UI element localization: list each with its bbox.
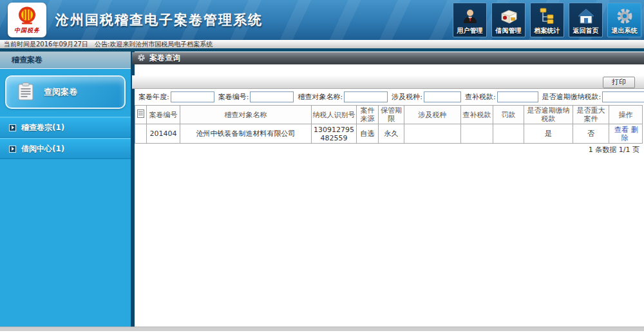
stats-icon [538,6,556,26]
sidebar: 稽查案卷 查阅案卷 稽查卷宗(1) 借阅中心(1) [0,52,131,327]
search-label-target: 稽查对象名称: [298,92,343,102]
page-title: 案卷查询 [149,53,180,64]
cell-case-no: 201404 [147,124,180,144]
horizontal-scrollbar[interactable] [0,327,644,331]
nav-borrow-management[interactable]: 借阅管理 [491,3,526,37]
cell-storage-period: 永久 [379,124,404,144]
cell-fine [493,124,524,144]
col-major-case: 是否重大案件 [573,106,609,124]
sidebar-button-label: 查阅案卷 [44,86,77,98]
status-bar: 当前时间是2016年09月27日 公告:欢迎来到沧州市国税局电子档案系统 [0,40,644,48]
print-button[interactable]: 打印 [603,77,635,88]
app-title: 沧州国税稽查电子案卷管理系统 [55,11,263,29]
col-overdue-payment: 是否逾期缴纳税款 [524,106,573,124]
app-header: 中国税务 沧州国税稽查电子案卷管理系统 用户管理 [0,0,644,40]
pagination-info: 1 条数据 1/1 页 [135,145,642,155]
col-fine: 罚款 [493,106,524,124]
col-actions: 操作 [609,106,643,124]
col-case-source: 案件来源 [357,106,379,124]
home-icon [577,6,595,26]
nav-user-management[interactable]: 用户管理 [453,3,487,37]
cell-taxpayer-id: 130912795482559 [312,124,357,144]
table-header-row: 案卷编号 稽查对象名称 纳税人识别号 案件来源 保管期限 涉及税种 查补税款 罚… [135,106,643,124]
search-input-caseno[interactable] [250,91,294,102]
archive-icon [499,6,518,26]
sidebar-item-label: 稽查卷宗(1) [21,122,64,133]
search-form: 案卷年度: 案卷编号: 稽查对象名称: 涉及税种: 查补税款: 是否逾期缴纳税款… [135,90,644,104]
search-label-taxtypes: 涉及税种: [392,92,422,102]
user-icon [462,6,478,26]
search-input-taxtypes[interactable] [424,91,461,102]
gear-small-icon [137,53,146,64]
table-row: 201404 沧州中铁装备制造材料有限公司 130912795482559 自选… [135,124,643,144]
search-input-overdue[interactable] [602,91,644,102]
search-input-supplement[interactable] [497,91,538,102]
clipboard-icon [17,82,35,103]
nav-exit-system[interactable]: 退出系统 [607,3,641,37]
nav-label: 退出系统 [612,26,638,35]
document-icon [137,109,144,120]
cell-case-source: 自选 [357,124,379,144]
sidebar-item-inspection-files[interactable]: 稽查卷宗(1) [0,117,131,138]
tax-logo: 中国税务 [8,3,46,37]
cell-tax-types [404,124,461,144]
nav-label: 借阅管理 [496,26,522,35]
logo-text: 中国税务 [14,26,40,35]
cell-row-icon [135,124,147,144]
casefile-table: 案卷编号 稽查对象名称 纳税人识别号 案件来源 保管期限 涉及税种 查补税款 罚… [135,105,643,144]
col-case-no: 案卷编号 [147,106,180,124]
col-storage-period: 保管期限 [379,106,404,124]
search-label-overdue: 是否逾期缴纳税款: [542,92,601,102]
toolbar: 打印 [132,75,644,89]
nav-label: 返回首页 [573,26,599,35]
gear-icon [616,6,634,26]
table-header-icon [135,106,147,124]
nav-archive-statistics[interactable]: 档案统计 [530,3,564,37]
page-title-bar: 案卷查询 [132,52,644,64]
cell-major-case: 否 [573,124,609,144]
cell-actions: 查看删除 [609,124,643,144]
search-label-year: 案卷年度: [138,92,169,102]
search-input-year[interactable] [171,91,214,102]
nav-label: 档案统计 [535,26,560,35]
search-input-target[interactable] [344,91,388,102]
tax-emblem-icon [15,6,39,26]
col-target-name: 稽查对象名称 [180,106,312,124]
arrow-bullet-icon [9,146,16,153]
cell-supplement-tax [461,124,493,144]
cell-overdue-payment: 是 [524,124,573,144]
col-tax-types: 涉及税种 [404,106,461,124]
sidebar-section-title: 稽查案卷 [0,52,131,69]
sidebar-item-label: 借阅中心(1) [21,144,64,155]
header-nav: 用户管理 借阅管理 [453,3,641,37]
col-taxpayer-id: 纳税人识别号 [312,106,357,124]
sidebar-item-borrow-center[interactable]: 借阅中心(1) [0,138,131,159]
arrow-bullet-icon [9,124,16,131]
search-label-supplement: 查补税款: [465,92,496,102]
nav-return-home[interactable]: 返回首页 [569,3,603,37]
view-link[interactable]: 查看 [614,126,629,134]
cell-target-name: 沧州中铁装备制造材料有限公司 [180,124,312,144]
search-label-caseno: 案卷编号: [218,92,249,102]
col-supplement-tax: 查补税款 [461,106,493,124]
sidebar-view-casefiles-button[interactable]: 查阅案卷 [5,75,126,109]
app-window: 中国税务 沧州国税稽查电子案卷管理系统 用户管理 [0,0,644,333]
nav-label: 用户管理 [457,26,483,35]
